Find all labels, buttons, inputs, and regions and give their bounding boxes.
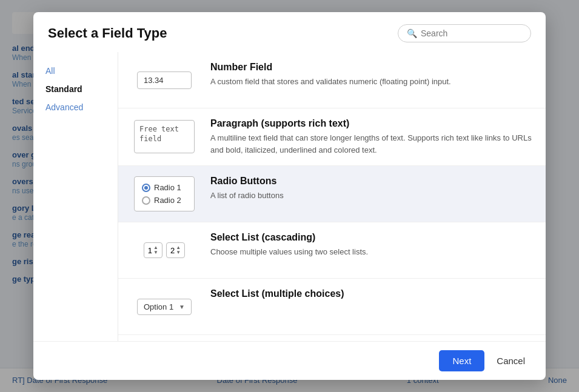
cascade-preview: 1 ▲▼ 2 ▲▼ <box>144 242 185 258</box>
field-desc-radio: A list of radio buttons <box>210 190 534 202</box>
field-row-cascade[interactable]: 1 ▲▼ 2 ▲▼ Select <box>118 222 546 279</box>
search-box[interactable]: 🔍 <box>398 24 531 42</box>
field-row-radio[interactable]: Radio 1 Radio 2 Radio Buttons A list of … <box>118 166 546 222</box>
cascade-arrows-1: ▲▼ <box>153 245 158 255</box>
field-row-number[interactable]: 13.34 Number Field A custom field that s… <box>118 52 546 108</box>
field-name-number: Number Field <box>210 62 534 73</box>
radio-item-2: Radio 2 <box>142 196 187 205</box>
modal-header: Select a Field Type 🔍 <box>33 12 546 52</box>
modal-title: Select a Field Type <box>48 25 167 41</box>
sidebar-item-all[interactable]: All <box>33 62 118 80</box>
paragraph-field-preview: Free text field <box>134 120 195 153</box>
modal-footer: Next Cancel <box>33 341 546 380</box>
cascade-arrows-2: ▲▼ <box>176 245 181 255</box>
cancel-button[interactable]: Cancel <box>490 350 531 371</box>
field-type-list: 13.34 Number Field A custom field that s… <box>118 52 546 341</box>
sidebar-item-advanced[interactable]: Advanced <box>33 98 118 116</box>
search-icon: 🔍 <box>407 28 417 38</box>
field-desc-paragraph: A multiline text field that can store lo… <box>210 132 534 156</box>
field-name-select-multi: Select List (multiple choices) <box>210 288 534 299</box>
cascade-select-2: 2 ▲▼ <box>166 242 185 258</box>
cascade-select-1: 1 ▲▼ <box>144 242 162 258</box>
field-info-number: Number Field A custom field that stores … <box>210 62 534 88</box>
radio-dot-2 <box>142 196 150 205</box>
field-desc-cascade: Choose multiple values using two select … <box>210 246 534 258</box>
field-preview-cascade: 1 ▲▼ 2 ▲▼ <box>130 232 198 268</box>
radio-label-1: Radio 1 <box>154 183 181 192</box>
field-preview-number: 13.34 <box>130 62 198 98</box>
radio-dot-1 <box>142 184 150 192</box>
field-name-cascade: Select List (cascading) <box>210 232 534 243</box>
select-field-type-modal: Select a Field Type 🔍 All Standard Advan… <box>33 12 546 380</box>
field-name-radio: Radio Buttons <box>210 176 534 187</box>
modal-body: All Standard Advanced 13.34 Number Field… <box>33 52 546 341</box>
radio-item-1: Radio 1 <box>142 183 187 192</box>
field-row-paragraph[interactable]: Free text field Paragraph (supports rich… <box>118 108 546 166</box>
field-info-paragraph: Paragraph (supports rich text) A multili… <box>210 118 534 156</box>
field-info-radio: Radio Buttons A list of radio buttons <box>210 176 534 202</box>
number-field-preview: 13.34 <box>137 71 192 89</box>
next-button[interactable]: Next <box>439 350 484 371</box>
field-preview-paragraph: Free text field <box>130 118 198 154</box>
field-name-paragraph: Paragraph (supports rich text) <box>210 118 534 129</box>
radio-label-2: Radio 2 <box>154 196 181 205</box>
select-arrow-icon: ▼ <box>179 304 185 310</box>
search-input[interactable] <box>421 28 522 38</box>
radio-group-preview: Radio 1 Radio 2 <box>134 176 195 211</box>
field-info-select-multi: Select List (multiple choices) <box>210 288 534 302</box>
field-row-select-multi[interactable]: Option 1 ▼ Select List (multiple choices… <box>118 279 546 335</box>
sidebar-item-standard[interactable]: Standard <box>33 80 118 98</box>
sidebar: All Standard Advanced <box>33 52 118 341</box>
select-multi-preview: Option 1 ▼ <box>137 299 192 315</box>
field-preview-select-multi: Option 1 ▼ <box>130 288 198 325</box>
field-preview-radio: Radio 1 Radio 2 <box>130 176 198 212</box>
field-desc-number: A custom field that stores and validates… <box>210 76 534 88</box>
field-info-cascade: Select List (cascading) Choose multiple … <box>210 232 534 258</box>
